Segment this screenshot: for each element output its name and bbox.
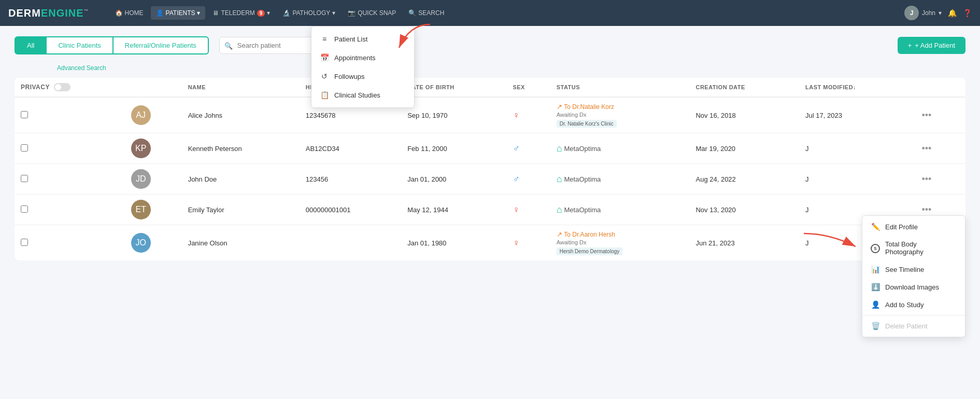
nav-links: 🏠 HOME 👤 PATIENTS ▾ 🖥 TELEDERM 9 ▾ 🔬 PAT… — [110, 6, 904, 20]
row-checkbox-col — [15, 164, 125, 195]
search-icon: 🔍 — [224, 42, 233, 49]
nav-patients[interactable]: 👤 PATIENTS ▾ — [151, 6, 206, 20]
row-dob-col: Jan 01, 2000 — [401, 164, 506, 195]
patient-avatar: JD — [131, 169, 151, 189]
add-patient-button[interactable]: + + Add Patient — [898, 37, 965, 54]
list-icon: ≡ — [320, 35, 329, 43]
nav-pathology[interactable]: 🔬 PATHOLOGY ▾ — [277, 6, 340, 20]
row-dob-col: Sep 10, 1970 — [401, 97, 506, 133]
dropdown-followups[interactable]: ↺ Followups — [311, 67, 414, 86]
table-row: JOJanine OlsonJan 01, 1980♀ ↗ To Dr.Aaro… — [15, 225, 965, 261]
table-row: JDJohn Doe123456Jan 01, 2000♂ ⌂ MetaOpti… — [15, 164, 965, 195]
nav-telederm[interactable]: 🖥 TELEDERM 9 ▾ — [207, 6, 275, 20]
row-checkbox[interactable] — [21, 144, 28, 152]
patient-avatar: JO — [131, 233, 151, 253]
user-chevron: ▾ — [939, 9, 942, 17]
patient-avatar: AJ — [131, 105, 151, 125]
row-avatar-col: JD — [125, 164, 182, 195]
row-sex-col: ♂ — [506, 164, 550, 195]
row-healthid-col — [300, 225, 401, 261]
col-creation: CREATION DATE — [689, 78, 799, 97]
tab-clinic[interactable]: Clinic Patients — [47, 36, 113, 54]
cm-tbp[interactable]: 5 Total Body Photography — [862, 236, 965, 260]
cm-timeline[interactable]: 📊 See Timeline — [862, 260, 965, 271]
cm-edit-profile[interactable]: ✏️ Edit Profile — [862, 218, 965, 236]
row-actions-col: ••• — [911, 133, 965, 164]
nav-search[interactable]: 🔍 SEARCH — [403, 6, 449, 20]
patients-table-wrapper: Privacy NAME HEALTH ID DATE OF BIRTH SEX… — [15, 78, 965, 260]
patients-icon: 👤 — [156, 9, 164, 17]
row-menu-button[interactable]: ••• — [917, 203, 935, 216]
status-meta: ⌂ MetaOptima — [557, 204, 684, 215]
pencil-icon: ✏️ — [871, 223, 880, 231]
row-healthid-col: AB12CD34 — [300, 133, 401, 164]
status-badge: Hersh Demo Dermatology — [557, 247, 623, 255]
table-row: KPKenneth PetersonAB12CD34Feb 11, 2000♂ … — [15, 133, 965, 164]
notifications-icon[interactable]: 🔔 — [948, 9, 957, 17]
tbp-icon: 5 — [871, 243, 880, 253]
status-referred: ↗ To Dr.Natalie Korz Awaiting Dx Dr. Nat… — [557, 103, 684, 128]
row-checkbox-col — [15, 195, 125, 225]
tab-all[interactable]: All — [15, 36, 47, 54]
help-icon[interactable]: ❓ — [963, 9, 972, 17]
row-avatar-col: ET — [125, 195, 182, 225]
row-checkbox[interactable] — [21, 239, 28, 246]
row-status-col: ⌂ MetaOptima — [550, 133, 690, 164]
privacy-toggle[interactable] — [54, 83, 70, 91]
dropdown-appointments[interactable]: 📅 Appointments — [311, 48, 414, 67]
row-status-col: ⌂ MetaOptima — [550, 195, 690, 225]
advanced-search-link[interactable]: Advanced Search — [57, 64, 106, 72]
male-icon: ♂ — [513, 143, 520, 154]
tab-referral[interactable]: Referral/Online Patients — [113, 36, 209, 54]
row-sex-col: ♂ — [506, 133, 550, 164]
table-body: AJAlice Johns12345678Sep 10, 1970♀ ↗ To … — [15, 97, 965, 260]
row-sex-col: ♀ — [506, 97, 550, 133]
timeline-icon: 📊 — [871, 265, 880, 271]
row-checkbox[interactable] — [21, 111, 28, 118]
row-creation-col: Jun 21, 2023 — [689, 225, 799, 261]
row-avatar-col: AJ — [125, 97, 182, 133]
row-healthid-col: 000000001001 — [300, 195, 401, 225]
row-menu-button[interactable]: ••• — [917, 173, 935, 185]
dropdown-patient-list[interactable]: ≡ Patient List — [311, 30, 414, 48]
row-healthid-col: 123456 — [300, 164, 401, 195]
add-icon: + — [908, 42, 912, 49]
nav-home[interactable]: 🏠 HOME — [110, 6, 149, 20]
context-menu: ✏️ Edit Profile 5 Total Body Photography… — [862, 215, 965, 271]
row-avatar-col: KP — [125, 133, 182, 164]
row-name-col: Alice Johns — [182, 97, 300, 133]
row-status-col: ↗ To Dr.Natalie Korz Awaiting Dx Dr. Nat… — [550, 97, 690, 133]
row-name-col: John Doe — [182, 164, 300, 195]
row-dob-col: May 12, 1944 — [401, 195, 506, 225]
row-sex-col: ♀ — [506, 195, 550, 225]
row-checkbox[interactable] — [21, 205, 28, 213]
home-icon: 🏠 — [115, 9, 123, 17]
male-icon: ♂ — [513, 174, 520, 184]
row-modified-col: J — [799, 133, 911, 164]
nav-right: J John ▾ 🔔 ❓ — [904, 6, 972, 20]
clinical-icon: 📋 — [320, 91, 329, 99]
row-menu-button[interactable]: ••• — [917, 142, 935, 155]
row-avatar-col: JO — [125, 225, 182, 261]
row-checkbox-col — [15, 133, 125, 164]
col-actions — [911, 78, 965, 97]
female-icon: ♀ — [513, 110, 520, 120]
patient-avatar: ET — [131, 200, 151, 219]
patients-table: Privacy NAME HEALTH ID DATE OF BIRTH SEX… — [15, 78, 965, 260]
nav-user[interactable]: J John ▾ — [904, 6, 942, 20]
col-privacy: Privacy — [15, 78, 125, 97]
row-dob-col: Feb 11, 2000 — [401, 133, 506, 164]
dropdown-clinical-studies[interactable]: 📋 Clinical Studies — [311, 86, 414, 104]
advanced-search-row: Advanced Search — [53, 64, 965, 72]
col-dob: DATE OF BIRTH — [401, 78, 506, 97]
patients-dropdown: ≡ Patient List 📅 Appointments ↺ Followup… — [311, 26, 415, 108]
row-creation-col: Nov 13, 2020 — [689, 195, 799, 225]
calendar-icon: 📅 — [320, 53, 329, 62]
row-creation-col: Mar 19, 2020 — [689, 133, 799, 164]
row-menu-button[interactable]: ••• — [917, 109, 935, 121]
row-checkbox[interactable] — [21, 175, 28, 182]
search-nav-icon: 🔍 — [408, 9, 416, 17]
quick-snap-icon: 📷 — [348, 9, 356, 17]
meta-icon: ⌂ — [557, 174, 562, 185]
nav-quick-snap[interactable]: 📷 QUICK SNAP — [343, 6, 401, 20]
